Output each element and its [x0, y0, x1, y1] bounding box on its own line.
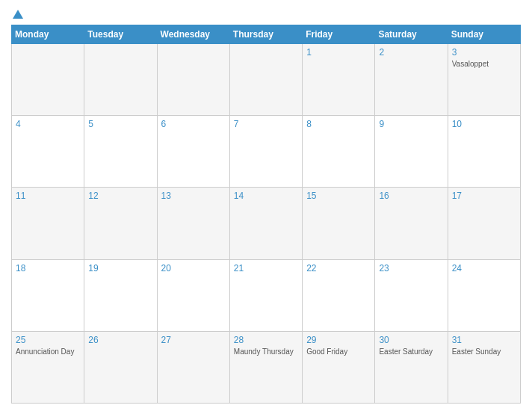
calendar-page: MondayTuesdayWednesdayThursdayFridaySatu… — [0, 0, 532, 411]
day-number: 13 — [161, 191, 226, 201]
calendar-cell: 3Vasaloppet — [448, 44, 520, 116]
calendar-cell: 15 — [303, 188, 375, 259]
day-number: 3 — [452, 47, 516, 58]
day-number: 4 — [16, 119, 80, 129]
logo-triangle-icon — [13, 10, 23, 19]
day-number: 20 — [161, 263, 226, 274]
logo — [11, 7, 23, 19]
weekday-header-thursday: Thursday — [229, 25, 302, 44]
calendar-table: MondayTuesdayWednesdayThursdayFridaySatu… — [11, 25, 521, 404]
day-number: 1 — [306, 47, 371, 58]
calendar-cell: 28Maundy Thursday — [229, 331, 302, 403]
day-number: 22 — [306, 263, 371, 274]
calendar-cell: 19 — [84, 259, 157, 331]
day-number: 15 — [306, 191, 371, 201]
calendar-cell: 7 — [229, 116, 302, 188]
calendar-cell: 23 — [375, 259, 448, 331]
calendar-cell: 18 — [12, 259, 84, 331]
calendar-cell: 21 — [229, 259, 302, 331]
calendar-event: Good Friday — [306, 347, 371, 356]
calendar-cell: 26 — [84, 331, 157, 403]
weekday-header-sunday: Sunday — [448, 25, 520, 44]
day-number: 16 — [379, 191, 443, 201]
day-number: 23 — [379, 263, 443, 274]
calendar-cell: 1 — [303, 44, 375, 116]
day-number: 12 — [88, 191, 152, 201]
weekday-header-friday: Friday — [303, 25, 375, 44]
day-number: 9 — [379, 119, 443, 129]
week-row-2: 45678910 — [12, 116, 521, 188]
day-number: 25 — [16, 335, 80, 345]
calendar-cell: 11 — [12, 188, 84, 259]
calendar-cell: 14 — [229, 188, 302, 259]
day-number: 2 — [379, 47, 443, 58]
day-number: 8 — [306, 119, 371, 129]
day-number: 5 — [88, 119, 152, 129]
weekday-header-wednesday: Wednesday — [157, 25, 229, 44]
calendar-cell: 16 — [375, 188, 448, 259]
day-number: 19 — [88, 263, 152, 274]
week-row-3: 11121314151617 — [12, 188, 521, 259]
calendar-cell: 6 — [157, 116, 229, 188]
day-number: 31 — [452, 335, 516, 345]
day-number: 30 — [379, 335, 443, 345]
calendar-cell — [84, 44, 157, 116]
day-number: 29 — [306, 335, 371, 345]
calendar-event: Maundy Thursday — [234, 347, 298, 356]
calendar-cell: 22 — [303, 259, 375, 331]
day-number: 7 — [234, 119, 298, 129]
week-row-1: 123Vasaloppet — [12, 44, 521, 116]
day-number: 10 — [452, 119, 516, 129]
calendar-cell: 9 — [375, 116, 448, 188]
calendar-cell: 13 — [157, 188, 229, 259]
day-number: 27 — [161, 335, 226, 345]
calendar-cell: 30Easter Saturday — [375, 331, 448, 403]
calendar-cell: 27 — [157, 331, 229, 403]
day-number: 6 — [161, 119, 226, 129]
day-number: 11 — [16, 191, 80, 201]
day-number: 21 — [234, 263, 298, 274]
calendar-cell: 29Good Friday — [303, 331, 375, 403]
calendar-cell: 31Easter Sunday — [448, 331, 520, 403]
calendar-cell — [229, 44, 302, 116]
day-number: 18 — [16, 263, 80, 274]
calendar-cell: 5 — [84, 116, 157, 188]
calendar-cell: 20 — [157, 259, 229, 331]
calendar-event: Vasaloppet — [452, 59, 516, 69]
week-row-4: 18192021222324 — [12, 259, 521, 331]
calendar-cell: 17 — [448, 188, 520, 259]
calendar-event: Easter Sunday — [452, 347, 516, 356]
calendar-cell: 10 — [448, 116, 520, 188]
day-number: 26 — [88, 335, 152, 345]
day-number: 24 — [452, 263, 516, 274]
day-number: 28 — [234, 335, 298, 345]
calendar-cell: 24 — [448, 259, 520, 331]
calendar-event: Easter Saturday — [379, 347, 443, 356]
day-number: 14 — [234, 191, 298, 201]
day-number: 17 — [452, 191, 516, 201]
weekday-header-row: MondayTuesdayWednesdayThursdayFridaySatu… — [12, 25, 521, 44]
calendar-cell: 12 — [84, 188, 157, 259]
weekday-header-monday: Monday — [12, 25, 84, 44]
weekday-header-saturday: Saturday — [375, 25, 448, 44]
weekday-header-tuesday: Tuesday — [84, 25, 157, 44]
calendar-cell — [157, 44, 229, 116]
week-row-5: 25Annunciation Day262728Maundy Thursday2… — [12, 331, 521, 403]
calendar-cell: 2 — [375, 44, 448, 116]
calendar-event: Annunciation Day — [16, 347, 80, 356]
calendar-cell: 8 — [303, 116, 375, 188]
calendar-cell: 4 — [12, 116, 84, 188]
calendar-cell — [12, 44, 84, 116]
header — [11, 7, 521, 19]
calendar-cell: 25Annunciation Day — [12, 331, 84, 403]
